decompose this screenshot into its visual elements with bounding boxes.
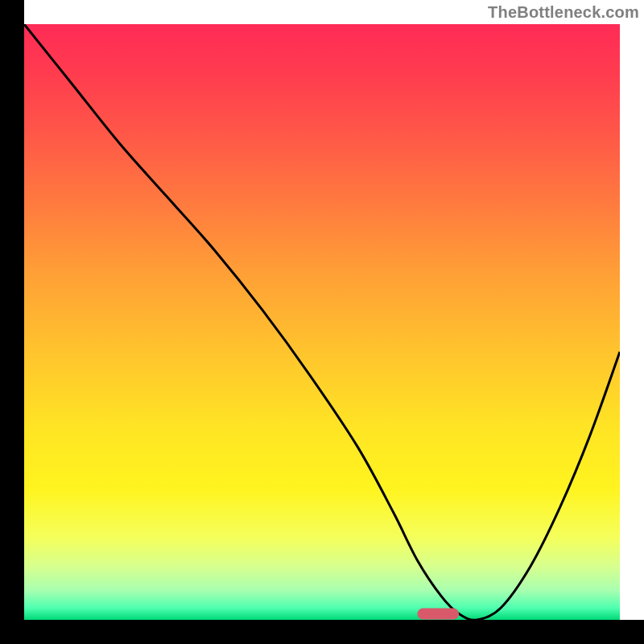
bottleneck-curve-path xyxy=(24,24,620,620)
y-axis-band xyxy=(0,0,24,644)
chart-overlay xyxy=(24,24,620,620)
optimal-marker xyxy=(417,609,459,620)
x-axis-band xyxy=(0,620,644,644)
watermark-text: TheBottleneck.com xyxy=(488,3,639,22)
bottleneck-chart: TheBottleneck.com xyxy=(0,0,644,644)
